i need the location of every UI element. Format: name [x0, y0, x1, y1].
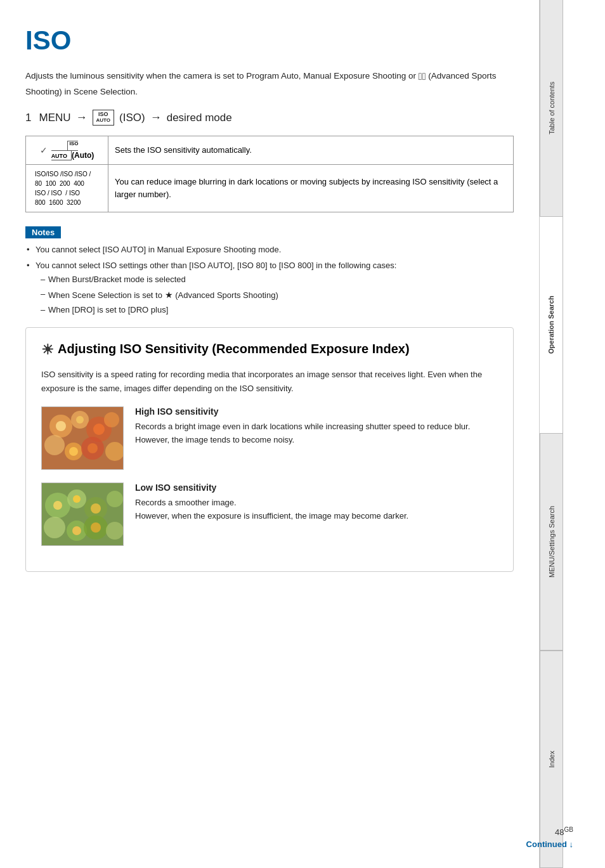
tab-index-label: Index [548, 751, 556, 768]
iso-parens: (ISO) [119, 112, 145, 124]
notes-label: Notes [25, 226, 61, 238]
iso-sensitivity-box: ☀ Adjusting ISO Sensitivity (Recommended… [25, 327, 514, 572]
high-iso-body: Records a bright image even in dark loca… [135, 420, 498, 447]
svg-point-22 [106, 522, 124, 540]
svg-point-25 [91, 503, 101, 514]
page-footer: 48GB Continued ↓ [526, 826, 573, 849]
iso-badge: ISO AUTO [93, 110, 115, 126]
arrow-1: → [76, 111, 88, 124]
iso-values-line4: 800 1600 3200 [35, 198, 101, 207]
high-iso-image [41, 406, 124, 470]
sun-icon: ☀ [41, 341, 54, 360]
intro-text: Adjusts the luminous sensitivity when th… [25, 68, 514, 98]
svg-point-13 [88, 443, 98, 453]
table-row: ISO/ISO /ISO /ISO / 80 100 200 400 ISO /… [26, 164, 514, 212]
svg-point-4 [104, 412, 119, 427]
continued-label: Continued ↓ [526, 839, 573, 849]
svg-point-26 [72, 526, 81, 535]
table-row: ✓ ISOAUTO (Auto) Sets the ISO sensitivit… [26, 136, 514, 164]
iso-sensitivity-description: ISO sensitivity is a speed rating for re… [41, 368, 498, 395]
svg-point-19 [44, 517, 65, 538]
menu-step-number: 1 [25, 112, 31, 124]
svg-point-9 [56, 421, 66, 431]
high-iso-subtitle: High ISO sensitivity [135, 406, 498, 417]
page-title: ISO [25, 25, 514, 56]
svg-point-10 [76, 416, 84, 424]
tab-menu-label: MENU/Settings Search [548, 506, 556, 578]
iso-table: ✓ ISOAUTO (Auto) Sets the ISO sensitivit… [25, 136, 514, 212]
main-content: ISO Adjusts the luminous sensitivity whe… [0, 0, 539, 868]
svg-point-23 [53, 501, 62, 510]
desired-mode: desired mode [167, 112, 232, 124]
iso-auto-label: ISOAUTO (Auto) [51, 141, 94, 160]
table-cell-desc-values: You can reduce image blurring in dark lo… [108, 164, 514, 212]
svg-point-24 [73, 495, 81, 503]
svg-point-5 [44, 435, 65, 455]
svg-point-11 [93, 424, 105, 435]
svg-point-27 [91, 522, 101, 533]
low-iso-body: Records a smoother image. However, when … [135, 496, 498, 523]
arrow-2: → [150, 111, 162, 124]
sidebar-tab-toc[interactable]: Table of contents [540, 0, 563, 217]
sidebar-tab-menu[interactable]: MENU/Settings Search [540, 434, 563, 651]
low-iso-text: Low ISO sensitivity Records a smoother i… [135, 483, 498, 523]
high-iso-text: High ISO sensitivity Records a bright im… [135, 406, 498, 447]
notes-sublist: When Burst/Bracket mode is selected When… [36, 273, 514, 316]
notes-list: You cannot select [ISO AUTO] in Manual E… [25, 243, 514, 317]
menu-label: MENU [39, 112, 70, 124]
tab-toc-label: Table of contents [548, 82, 556, 134]
notes-subitem-2: When Scene Selection is set to ★ (Advanc… [36, 288, 514, 302]
page-number: 48GB [555, 826, 573, 837]
svg-point-12 [69, 447, 78, 456]
iso-sensitivity-title: ☀ Adjusting ISO Sensitivity (Recommended… [41, 340, 498, 360]
high-iso-svg [42, 407, 124, 470]
low-iso-image [41, 483, 124, 546]
checkmark-icon: ✓ [40, 145, 48, 155]
table-cell-icon-auto: ✓ ISOAUTO (Auto) [26, 136, 108, 164]
low-iso-subtitle: Low ISO sensitivity [135, 483, 498, 493]
iso-values-line3: ISO / ISO / ISO [35, 188, 101, 198]
table-cell-icon-values: ISO/ISO /ISO /ISO / 80 100 200 400 ISO /… [26, 164, 108, 212]
notes-item-1: You cannot select [ISO AUTO] in Manual E… [25, 243, 514, 257]
svg-point-18 [107, 491, 123, 507]
iso-values-line1: ISO/ISO /ISO /ISO / [35, 169, 101, 179]
notes-subitem-1: When Burst/Bracket mode is selected [36, 273, 514, 287]
menu-instruction: 1 MENU → ISO AUTO (ISO) → desired mode [25, 110, 514, 126]
low-iso-row: Low ISO sensitivity Records a smoother i… [41, 483, 498, 546]
sidebar-tab-operation[interactable]: Operation Search [540, 217, 563, 434]
tab-operation-label: Operation Search [547, 296, 555, 354]
notes-item-2: You cannot select ISO settings other tha… [25, 259, 514, 317]
notes-box: Notes You cannot select [ISO AUTO] in Ma… [25, 226, 514, 317]
high-iso-row: High ISO sensitivity Records a bright im… [41, 406, 498, 470]
table-cell-desc-auto: Sets the ISO sensitivity automatically. [108, 136, 514, 164]
iso-values-line2: 80 100 200 400 [35, 179, 101, 188]
notes-subitem-3: When [DRO] is set to [DRO plus] [36, 304, 514, 317]
svg-point-8 [105, 442, 124, 461]
sidebar-tabs: Table of contents Operation Search MENU/… [539, 0, 563, 868]
low-iso-svg [42, 483, 124, 546]
